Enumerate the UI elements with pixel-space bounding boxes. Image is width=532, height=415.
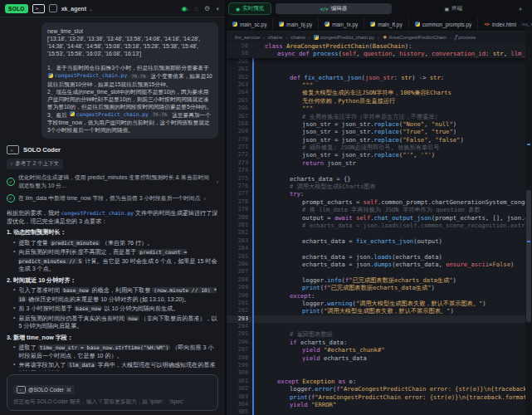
code-line: 294 — [227, 323, 532, 330]
user-paragraph: ['13:18', '13:28', '13:38', '13:48', '13… — [47, 35, 212, 57]
assistant-bullet: •前 3 小时按时间基于 base_now 以 10 分钟为间隔向前生成。 — [13, 305, 218, 314]
class-symbol-icon: ❖ — [383, 34, 387, 40]
code-line: 262def fix_echarts_json(json_str: str) -… — [227, 74, 532, 81]
history-icon[interactable]: ◌ — [194, 5, 198, 12]
code-line: 299 — [227, 362, 532, 369]
chevron-right-icon: › — [203, 196, 205, 202]
code-line: 270json_str = json_str.replace("False", … — [227, 136, 532, 144]
breadcrumb-item[interactable]: chains — [290, 35, 305, 40]
code-line: 279# 将 llm_data 字典转换为 JSON 字符串作为 questio… — [227, 206, 532, 213]
terminal-icon: ▣ — [444, 6, 449, 12]
code-line: 271# 额外修复: JSON必须用双引号, 替换所有单引号 — [227, 144, 532, 151]
mention-chip[interactable]: >_ @SOLO Coder ⌘ — [13, 385, 75, 394]
code-line: 290except: — [227, 292, 532, 300]
assistant-message: 根据您的要求，我对 congestPredict_chain.py 文件中的时间… — [7, 208, 218, 371]
code-line: 287 — [227, 268, 532, 276]
html-icon: <> — [484, 22, 490, 27]
change-mark — [527, 241, 530, 242]
file-tab[interactable]: main_sc.py — [227, 17, 273, 31]
scrollbar-thumb[interactable] — [526, 190, 531, 322]
tab-editor[interactable]: </> 编辑器 — [276, 3, 391, 14]
solo-coder-mini-icon: >_ — [17, 386, 26, 393]
file-link[interactable]: congestPredict_chain.py — [70, 110, 149, 118]
layout-toggle-icon[interactable]: ◐ — [216, 5, 220, 12]
user-paragraph: 2、现在生成的new_time_slot中的时间能不是整10的，因为要求用户提问… — [47, 88, 212, 110]
code-line: 267# 全局替换非法字符（字符串原生方法，不需要库） — [227, 113, 532, 120]
file-tab[interactable]: common_prompts.py — [409, 17, 479, 31]
assistant-header: >_ SOLO Coder — [7, 145, 218, 154]
input-placeholder: 您正在与 SOLO Coder 聊天，输入 '/' 获取更多能力，如 '/pla… — [13, 398, 212, 406]
agent-status-icon[interactable]: ◉› — [182, 5, 189, 12]
code-line: 268json_str = json_str.replace("None", "… — [227, 120, 532, 128]
file-tab[interactable]: main_tx.py — [319, 17, 364, 31]
tab-terminal[interactable]: ▣ 终端 — [396, 3, 511, 14]
step-item[interactable]: ✓在 llm_data 中新增 time_now 字段，值为当前值 3 小时段最… — [7, 194, 218, 203]
python-icon — [415, 22, 420, 27]
app-window: SOLO >_ xk_agent ⌄ ◉› ◌ ⚙ ◐ new_time_slo… — [0, 0, 532, 415]
context-reference-chip[interactable]: › 参考了 2 个上下文 — [7, 159, 63, 169]
code-line: 263""" — [227, 81, 532, 89]
chat-input[interactable]: >_ @SOLO Coder ⌘ 您正在与 SOLO Coder 聊天，输入 '… — [7, 374, 218, 411]
solo-coder-logo-icon[interactable]: >_ — [32, 4, 45, 13]
assistant-section-title: 2. 时间就近 10 分钟对齐： — [7, 277, 218, 286]
code-line: 269json_str = json_str.replace("True", "… — [227, 128, 532, 135]
assistant-bullet: •引入了基准时间 base_now 的概念，利用向下取整 (now.minute… — [13, 286, 218, 304]
breadcrumb-item[interactable]: llm_service — [235, 35, 260, 40]
code-line: 284 — [227, 245, 532, 252]
code-line: 276# 调用大模型生成ECharts图表 — [227, 183, 532, 190]
check-icon: ✓ — [7, 194, 15, 203]
code-line: 273return json_str — [227, 159, 532, 167]
python-icon — [70, 111, 75, 116]
method-symbol-icon: ƒ — [455, 34, 456, 41]
python-icon — [325, 22, 329, 27]
settings-gear-icon[interactable]: ⚙ — [204, 5, 210, 12]
preview-icon: ◉ — [236, 6, 240, 12]
breadcrumb-item[interactable]: congestPredict_chain.py — [314, 35, 374, 40]
chevron-down-icon: ⌄ — [89, 6, 93, 12]
assistant-intro: 根据您的要求，我对 congestPredict_chain.py 文件中的时间… — [7, 209, 218, 226]
editor-scrollbar[interactable] — [525, 27, 532, 415]
chevron-right-icon: › — [11, 161, 12, 167]
code-area[interactable]: 260261262def fix_echarts_json(json_str: … — [227, 58, 532, 415]
add-view-button[interactable]: ＋ — [515, 4, 525, 13]
chat-panel: SOLO >_ xk_agent ⌄ ◉› ◌ ⚙ ◐ new_time_slo… — [0, 0, 227, 415]
mention-label: @SOLO Coder — [28, 387, 64, 393]
code-line: 295# 返回图表数据 — [227, 330, 532, 338]
change-mark — [527, 144, 530, 145]
sticky-lines: 56class AreaCongestPredictChain(BaseChai… — [227, 42, 532, 58]
sticky-code-line: 59async def process(self, question, hist… — [227, 50, 532, 57]
code-line: 277try: — [227, 190, 532, 198]
solo-coder-avatar-icon: >_ — [7, 145, 19, 154]
file-tabs: main_sc.pymain_bj.pymain_tx.pymain_ft.py… — [227, 17, 532, 32]
python-icon — [314, 35, 319, 40]
code-line: 303print(f"AreaCongestPredictChain error… — [227, 393, 532, 401]
code-line: 298yield echarts_data — [227, 354, 532, 362]
assistant-bullet: •向后预测的时间序列长度不再固定，而是基于 predict_count = pr… — [13, 248, 218, 274]
user-paragraph: 1、基于当前时间会往前推3个小时，但是往后预测那部分需要基于 congestPr… — [47, 64, 212, 88]
agent-tab[interactable]: xk_agent ⌄ — [61, 6, 93, 12]
assistant-bullet: •并将该字段加入了 llm_data 字典中，大模型现在可以明确感知现在的基准时… — [13, 361, 218, 371]
file-tab[interactable]: main_bj.py — [273, 17, 319, 31]
tab-live-preview[interactable]: ◉ 实时预览 — [228, 2, 271, 15]
file-tab[interactable]: main_ft.py — [364, 17, 408, 31]
new-session-icon[interactable] — [49, 4, 57, 12]
code-line: 275echarts_data = {} — [227, 175, 532, 183]
step-item[interactable]: ✓优化时间点生成逻辑，使用 predict_minutes 变量控制预测时长 &… — [7, 173, 218, 190]
file-tab[interactable]: <>index.html..\sq_sucheng\.. — [478, 17, 532, 31]
code-line: 282 — [227, 229, 532, 237]
breadcrumb-item[interactable]: ƒprocess — [455, 34, 476, 41]
assistant-bullet: •最后预测的时间段仍基于真实的当前时间 now （非向下取整后的基准），以 5 … — [13, 315, 218, 331]
breadcrumb-item[interactable]: chains — [268, 35, 282, 40]
code-line: 301except Exception as e: — [227, 378, 532, 385]
code-line: 261 — [227, 66, 532, 73]
breadcrumb-item[interactable]: ❖AreaCongestPredictChain — [383, 34, 447, 40]
user-paragraph: new_time_slot — [47, 27, 212, 35]
chat-scroll-area[interactable]: new_time_slot['13:18', '13:28', '13:38',… — [0, 17, 225, 371]
code-line: 286echarts_data = json.dumps(echarts_dat… — [227, 261, 532, 268]
solo-badge: SOLO — [5, 4, 28, 13]
file-link[interactable]: congestPredict_chain.py — [48, 71, 127, 79]
code-line: 280output = await self.chat_output_json(… — [227, 214, 532, 222]
chevron-right-icon: › — [217, 179, 218, 185]
code-line: 300 — [227, 369, 532, 377]
command-key-icon: ⌘ — [66, 387, 71, 393]
